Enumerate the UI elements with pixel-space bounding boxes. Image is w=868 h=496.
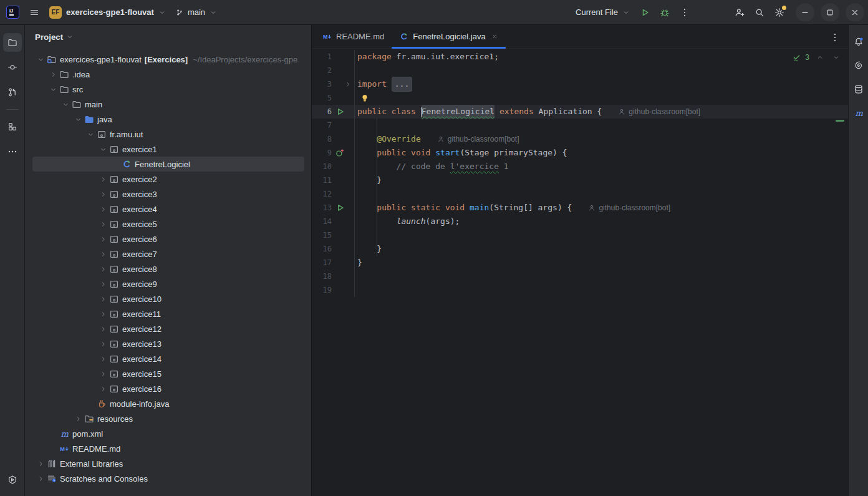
code-text[interactable]: import ...: [354, 77, 848, 91]
tree-item-exercice6[interactable]: exercice6: [32, 231, 304, 246]
project-widget[interactable]: EF exercices-gpe1-flouvat: [44, 3, 171, 22]
project-view-selector[interactable]: Project: [25, 25, 84, 49]
tree-item-external-libraries[interactable]: External Libraries: [32, 456, 304, 471]
tool-stripe-pull-requests-button[interactable]: [3, 83, 22, 102]
code-line-6[interactable]: 6public class FenetreLogiciel extends Ap…: [312, 105, 848, 119]
code-line-2[interactable]: 2: [312, 64, 848, 77]
tree-chevron-right-icon[interactable]: [98, 264, 108, 274]
tree-chevron-right-icon[interactable]: [36, 459, 46, 469]
override-gutter-icon[interactable]: [335, 148, 345, 158]
code-text[interactable]: [354, 228, 848, 242]
editor-tabs-more-button[interactable]: [827, 29, 843, 46]
tree-item-exercices-gpe1-flouvat[interactable]: exercices-gpe1-flouvat[Exercices]~/IdeaP…: [32, 52, 304, 67]
tree-chevron-right-icon[interactable]: [98, 339, 108, 349]
code-line-19[interactable]: 19: [312, 283, 848, 297]
tree-item-pom-xml[interactable]: mpom.xml: [32, 426, 304, 441]
code-text[interactable]: launch(args);: [354, 215, 848, 228]
tree-item-src[interactable]: src: [32, 82, 304, 97]
error-stripe-change-marker[interactable]: [836, 120, 844, 122]
tree-chevron-right-icon[interactable]: [98, 294, 108, 304]
code-text[interactable]: package fr.amu.iut.exercice1;: [354, 50, 848, 64]
code-text[interactable]: public class FenetreLogiciel extends App…: [354, 105, 848, 119]
tree-chevron-right-icon[interactable]: [98, 174, 108, 184]
tree-item-readme-md[interactable]: MREADME.md: [32, 441, 304, 456]
run-gutter-icon[interactable]: [335, 107, 345, 117]
tree-item-exercice4[interactable]: exercice4: [32, 202, 304, 216]
code-line-15[interactable]: 15: [312, 228, 848, 242]
inspection-widget[interactable]: 3: [793, 52, 842, 63]
tree-item-main[interactable]: main: [32, 97, 304, 112]
tree-item-exercice7[interactable]: exercice7: [32, 246, 304, 261]
search-everywhere-button[interactable]: [750, 2, 769, 22]
code-line-5[interactable]: 5: [312, 91, 848, 105]
code-line-12[interactable]: 12: [312, 187, 848, 201]
tool-stripe-project-folder-button[interactable]: [3, 33, 22, 52]
tree-item-exercice12[interactable]: exercice12: [32, 321, 304, 336]
tree-chevron-right-icon[interactable]: [98, 249, 108, 259]
tool-stripe-structure-button[interactable]: [3, 117, 22, 136]
code-text[interactable]: }: [354, 256, 848, 270]
tree-item-java[interactable]: java: [32, 112, 304, 127]
tree-chevron-right-icon[interactable]: [73, 414, 83, 424]
tree-chevron-right-icon[interactable]: [98, 234, 108, 244]
tree-item-exercice16[interactable]: exercice16: [32, 381, 304, 396]
tree-item-fenetrelogiciel[interactable]: FenetreLogiciel: [32, 157, 304, 172]
code-line-17[interactable]: 17}: [312, 256, 848, 270]
tree-item-exercice3[interactable]: exercice3: [32, 187, 304, 202]
code-text[interactable]: [354, 64, 848, 77]
tool-stripe-more-button[interactable]: [3, 142, 22, 161]
tree-chevron-right-icon[interactable]: [48, 69, 58, 79]
intention-bulb-icon[interactable]: [360, 93, 370, 103]
tree-chevron-down-icon[interactable]: [98, 144, 108, 154]
tree-chevron-down-icon[interactable]: [73, 114, 83, 124]
main-menu-button[interactable]: [24, 2, 44, 22]
tool-stripe-commit-button[interactable]: [3, 58, 22, 77]
code-editor[interactable]: 1package fr.amu.iut.exercice1;23import .…: [312, 49, 848, 496]
tab-close-button[interactable]: [491, 33, 498, 40]
code-text[interactable]: [354, 283, 848, 297]
close-button[interactable]: [846, 3, 864, 22]
code-text[interactable]: [354, 270, 848, 283]
code-text[interactable]: // code de l'exercice 1: [354, 160, 848, 173]
tool-stripe-ai-assistant-button[interactable]: [851, 57, 867, 74]
tab-fenetrelogiciel-java[interactable]: FenetreLogiciel.java: [392, 25, 505, 48]
code-line-8[interactable]: 8 @Overridegithub-classroom[bot]: [312, 132, 848, 146]
tool-stripe-maven-button[interactable]: m: [851, 105, 867, 121]
tree-item-exercice1[interactable]: exercice1: [32, 142, 304, 157]
code-text[interactable]: [354, 119, 848, 132]
code-line-1[interactable]: 1package fr.amu.iut.exercice1;: [312, 50, 848, 64]
tree-chevron-down-icon[interactable]: [85, 129, 95, 139]
tree-chevron-right-icon[interactable]: [98, 384, 108, 394]
tree-chevron-right-icon[interactable]: [98, 189, 108, 199]
run-button[interactable]: [635, 2, 655, 22]
code-line-7[interactable]: 7: [312, 119, 848, 132]
tree-chevron-down-icon[interactable]: [48, 84, 58, 94]
previous-problem-button[interactable]: [814, 52, 826, 63]
branch-widget[interactable]: main: [171, 4, 222, 20]
code-text[interactable]: }: [354, 242, 848, 256]
code-line-10[interactable]: 10 // code de l'exercice 1: [312, 160, 848, 173]
code-text[interactable]: }: [354, 173, 848, 187]
minimize-button[interactable]: [796, 3, 814, 22]
code-line-13[interactable]: 13 public static void main(String[] args…: [312, 201, 848, 215]
code-text[interactable]: @Overridegithub-classroom[bot]: [354, 132, 848, 146]
tool-stripe-notifications-button[interactable]: [851, 34, 867, 50]
tree-item-exercice15[interactable]: exercice15: [32, 366, 304, 381]
tree-item-fr-amu-iut[interactable]: fr.amu.iut: [32, 127, 304, 142]
code-line-16[interactable]: 16 }: [312, 242, 848, 256]
code-text[interactable]: public static void main(String[] args) {…: [354, 201, 848, 215]
run-gutter-icon[interactable]: [335, 203, 345, 213]
next-problem-button[interactable]: [831, 52, 842, 63]
fold-chevron-icon[interactable]: [343, 79, 353, 89]
tree-item-exercice13[interactable]: exercice13: [32, 336, 304, 351]
code-line-9[interactable]: 9 public void start(Stage primaryStage) …: [312, 146, 848, 160]
tree-chevron-right-icon[interactable]: [98, 354, 108, 364]
tree-item-module-info-java[interactable]: module-info.java: [32, 396, 304, 411]
run-configuration-widget[interactable]: Current File: [571, 4, 635, 20]
settings-button[interactable]: [769, 2, 789, 22]
code-line-14[interactable]: 14 launch(args);: [312, 215, 848, 228]
tree-item-exercice14[interactable]: exercice14: [32, 351, 304, 366]
tree-chevron-right-icon[interactable]: [98, 219, 108, 229]
tree-item-resources[interactable]: resources: [32, 411, 304, 426]
code-text[interactable]: [354, 91, 848, 105]
